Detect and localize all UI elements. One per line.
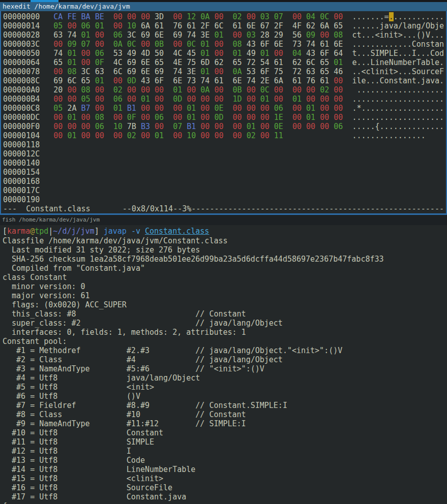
hex-byte: 01 (95, 76, 104, 85)
ascii-char: . (403, 67, 407, 76)
ascii-char: C (430, 49, 435, 58)
hex-byte: 00 (274, 85, 283, 94)
hex-byte: 04 (292, 49, 302, 58)
ascii-char: > (398, 30, 403, 40)
hex-row: 000000F0 00 00 00 06 10 7B B3 00 07 B1 0… (3, 122, 446, 131)
ascii-char: . (389, 131, 394, 140)
hex-byte: 74 (53, 49, 63, 58)
ascii-char: < (375, 30, 380, 40)
output-line: #1 = Methodref #2.#3 // java/lang/Object… (3, 346, 447, 355)
hex-row-empty: 00000118 (3, 140, 446, 149)
hex-byte: 00 (95, 94, 104, 104)
shell-output: Classfile /home/karma/dev/java/jvm/Const… (3, 236, 447, 504)
hex-offset: 000000C8 (3, 104, 40, 113)
hex-byte: 08 (233, 40, 242, 49)
hex-byte: 00 (200, 94, 210, 104)
hex-byte: 06 (81, 21, 91, 30)
ascii-char: v (430, 76, 435, 85)
hex-byte: 00 (233, 113, 242, 122)
hex-row: 00000104 00 01 00 00 00 02 00 01 00 10 0… (3, 131, 446, 140)
hex-row-empty: 00000154 (3, 168, 446, 177)
ascii-char: j (421, 76, 426, 85)
hex-byte: 45 (187, 49, 196, 58)
ascii-cursor[interactable]: . (389, 12, 394, 21)
hex-byte: 61 (187, 21, 196, 30)
hex-byte: 74 (306, 40, 315, 49)
hex-byte: 00 (292, 122, 302, 131)
ascii-char: . (416, 131, 421, 140)
output-line: Compiled from "Constant.java" (3, 264, 447, 273)
hex-byte: 73 (292, 40, 302, 49)
ascii-char: a (384, 21, 389, 30)
shell-prompt-line[interactable]: [karma@tpd|~/d/j/jvm] javap -v Constant.… (3, 226, 447, 236)
ascii-char: . (366, 122, 370, 131)
ascii-char: . (371, 30, 375, 40)
hex-byte: 00 (141, 131, 150, 140)
hex-byte: 74 (247, 76, 256, 85)
hex-byte: 12 (187, 12, 196, 21)
ascii-char: . (403, 113, 407, 122)
hex-byte: 00 (200, 122, 210, 131)
ascii-char: e (407, 58, 412, 67)
output-line: interfaces: 0, fields: 1, methods: 2, at… (3, 328, 447, 337)
hex-offset: 00000078 (3, 67, 40, 76)
ascii-char: a (403, 76, 407, 85)
hex-byte: 00 (200, 131, 210, 140)
output-line: #15 = Utf8 <clinit> (3, 474, 447, 483)
output-line: #4 = Utf8 java/lang/Object (3, 373, 447, 383)
ascii-char: L (389, 49, 394, 58)
ascii-char: . (403, 122, 407, 131)
ascii-char: a (421, 58, 426, 67)
hexedit-status-bar: --- Constant.class --0x8/0x114--3%------… (3, 204, 446, 213)
hex-byte: 00 (67, 122, 76, 131)
hex-byte: 76 (306, 76, 315, 85)
ascii-char: . (394, 113, 398, 122)
ascii-char: c (366, 67, 370, 76)
ascii-char: S (371, 49, 375, 58)
hex-byte: 01 (247, 122, 256, 131)
ascii-char: . (435, 94, 439, 104)
hex-byte: 00 (334, 12, 343, 21)
hex-row: 000000C8 05 2A B7 00 01 B1 00 00 00 01 0… (3, 104, 446, 113)
output-line: #7 = Fieldref #8.#9 // Constant.SIMPLE:I (3, 401, 447, 410)
hex-byte: 74 (173, 67, 182, 76)
hex-byte: 1E (274, 113, 283, 122)
hex-offset: 000000F0 (3, 122, 40, 131)
hexedit-pane[interactable]: 00000000 CA FE BA BE 00 00 00 3D 00 12 0… (0, 11, 447, 213)
hex-offset: 000000DC (3, 113, 40, 122)
hex-byte: 00 (173, 12, 182, 21)
hex-byte: 61 (274, 58, 283, 67)
ascii-char: . (371, 104, 375, 113)
hex-byte: 02 (113, 85, 123, 94)
hex-byte: 00 (141, 85, 150, 94)
active-tab-indicator[interactable] (31, 0, 58, 2)
ascii-char: b (430, 21, 435, 30)
ascii-char: . (366, 85, 370, 94)
hex-rows[interactable]: 00000000 CA FE BA BE 00 00 00 3D 00 12 0… (3, 12, 446, 204)
ascii-char: F (439, 67, 444, 76)
ascii-char: I (412, 49, 416, 58)
ascii-char: . (366, 30, 370, 40)
hex-byte: 10 (127, 21, 136, 30)
hex-byte: 3D (155, 12, 164, 21)
ascii-char: . (371, 40, 375, 49)
shell-pane[interactable]: [karma@tpd|~/d/j/jvm] javap -v Constant.… (0, 225, 447, 504)
ascii-char: . (371, 85, 375, 94)
ascii-char: . (403, 94, 407, 104)
hex-byte: 00 (306, 85, 315, 94)
hex-byte: 6F (260, 40, 270, 49)
hex-row-empty: 0000017C (3, 186, 446, 195)
hex-byte: 74 (187, 30, 196, 40)
ascii-char: . (375, 12, 380, 21)
output-line: #11 = Utf8 SIMPLE (3, 437, 447, 447)
ascii-char: s (426, 40, 430, 49)
hex-byte: 00 (95, 30, 104, 40)
hex-byte: 08 (334, 30, 343, 40)
ascii-char: . (371, 131, 375, 140)
hex-byte: 00 (141, 40, 150, 49)
hex-byte: 00 (247, 113, 256, 122)
hex-byte: 49 (247, 49, 256, 58)
ascii-char: { (375, 122, 380, 131)
hex-byte: 49 (127, 49, 136, 58)
output-line: Classfile /home/karma/dev/java/jvm/Const… (3, 236, 447, 245)
